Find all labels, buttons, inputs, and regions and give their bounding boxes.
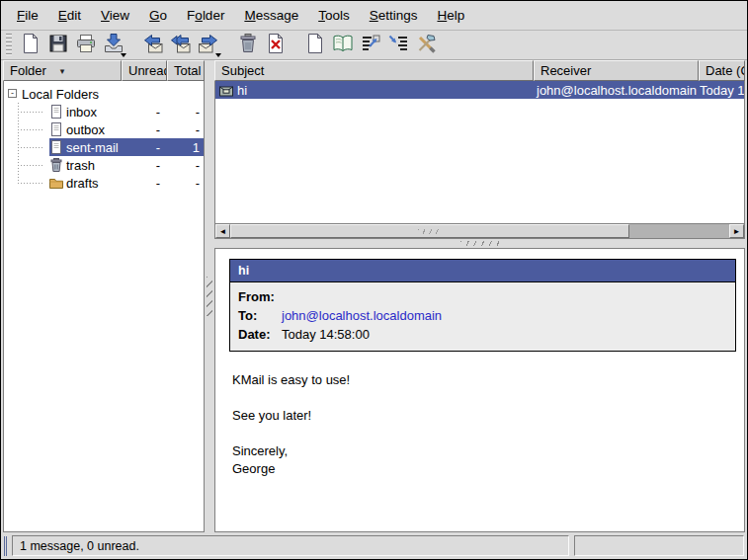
- mail-page-icon: [49, 122, 63, 136]
- tree-gutter: [4, 156, 49, 174]
- message-list: hijohn@localhost.localdomainToday 14:58: [214, 81, 745, 223]
- menu-help[interactable]: Help: [432, 4, 471, 27]
- receiver-column-header[interactable]: Receiver: [534, 60, 699, 81]
- folder-total-count: -: [168, 103, 204, 120]
- folder-name-cell: drafts: [49, 174, 123, 192]
- forward-button[interactable]: [195, 32, 222, 59]
- mail-page-icon: [49, 105, 63, 119]
- configure-icon: [415, 33, 437, 58]
- subject-column-header[interactable]: Subject: [214, 60, 534, 81]
- sort-arrow-icon: ▾: [60, 66, 65, 76]
- body-line: Sincerely,: [232, 442, 744, 460]
- new-page-icon: [304, 33, 326, 58]
- menu-message[interactable]: Message: [238, 4, 304, 27]
- folder-item-sent-mail[interactable]: sent-mail-1: [4, 138, 204, 156]
- body-line: [232, 389, 744, 407]
- tree-line: [18, 112, 43, 113]
- folder-item-drafts[interactable]: drafts--: [4, 174, 204, 192]
- menu-file[interactable]: File: [11, 4, 44, 27]
- folder-total-count: -: [168, 174, 204, 192]
- folder-item-outbox[interactable]: outbox--: [4, 120, 204, 138]
- tree-gutter: [4, 120, 49, 138]
- folder-total-count: -: [168, 120, 204, 138]
- statusbar-secondary-panel: [574, 535, 744, 556]
- vertical-splitter[interactable]: [205, 60, 214, 532]
- menu-view[interactable]: View: [95, 4, 135, 27]
- previous-unread-button[interactable]: [384, 32, 412, 59]
- folder-root-label: Local Folders: [22, 87, 99, 102]
- collapse-expander-icon[interactable]: -: [8, 89, 17, 98]
- tree-gutter: -: [4, 85, 22, 103]
- message-list-hscrollbar[interactable]: ◄ ►: [214, 223, 745, 239]
- message-receiver-cell: john@localhost.localdomain: [535, 83, 700, 98]
- header-field-from: From:: [238, 287, 727, 306]
- scroll-left-button[interactable]: ◄: [215, 224, 230, 238]
- total-column-header[interactable]: Total: [167, 60, 205, 81]
- scrollbar-track[interactable]: [629, 224, 729, 238]
- date-column-header[interactable]: Date (Order of Arrival): [699, 60, 745, 81]
- tree-gutter: [4, 138, 49, 156]
- body-line: See you later!: [232, 407, 744, 425]
- folder-item-inbox[interactable]: inbox--: [4, 103, 204, 120]
- menu-edit[interactable]: Edit: [52, 4, 87, 27]
- trash-icon: [237, 33, 259, 58]
- horizontal-splitter[interactable]: [214, 239, 745, 248]
- new-window-button[interactable]: [301, 32, 329, 59]
- jump-to-unread-button[interactable]: [357, 32, 384, 59]
- folder-small-icon: [49, 176, 63, 190]
- message-subject-title: hi: [230, 260, 735, 282]
- kmail-window: FileEditViewGoFolderMessageToolsSettings…: [0, 0, 748, 560]
- folder-name-cell: trash: [49, 156, 123, 174]
- check-mail-button[interactable]: [100, 32, 127, 59]
- receiver-column-label: Receiver: [540, 63, 591, 78]
- scroll-right-button[interactable]: ►: [729, 224, 744, 238]
- reply-button[interactable]: [139, 32, 167, 59]
- reply-all-button[interactable]: [167, 32, 195, 59]
- folder-name-cell: outbox: [49, 120, 123, 138]
- body-line: KMail is easy to use!: [232, 371, 744, 389]
- delete-button[interactable]: [262, 32, 290, 59]
- folder-total-count: [168, 85, 204, 103]
- field-value-link[interactable]: john@localhost.localdomain: [282, 306, 442, 325]
- sent-envelope-icon: [219, 85, 234, 96]
- dropdown-arrow-icon[interactable]: [121, 53, 126, 57]
- menubar: FileEditViewGoFolderMessageToolsSettings…: [1, 1, 747, 31]
- unread-column-header[interactable]: Unread: [122, 60, 167, 81]
- folder-column-header[interactable]: Folder ▾: [3, 60, 122, 81]
- new-message-button[interactable]: [17, 32, 44, 59]
- main-area: Folder ▾ Unread Total -Local Foldersinbo…: [1, 60, 747, 532]
- menu-tools[interactable]: Tools: [312, 4, 356, 27]
- folder-root-local-folders[interactable]: -Local Folders: [4, 85, 204, 103]
- field-label: To:: [238, 306, 282, 325]
- print-button[interactable]: [72, 32, 100, 59]
- toolbar-drag-handle[interactable]: [6, 34, 12, 57]
- folder-pane: Folder ▾ Unread Total -Local Foldersinbo…: [3, 60, 205, 532]
- menu-settings[interactable]: Settings: [364, 4, 424, 27]
- menu-go[interactable]: Go: [143, 4, 173, 27]
- folder-name: drafts: [66, 176, 99, 191]
- folder-root-label-wrap: Local Folders: [22, 85, 123, 103]
- folder-unread-count: -: [123, 120, 168, 138]
- message-row[interactable]: hijohn@localhost.localdomainToday 14:58: [215, 81, 744, 99]
- scrollbar-thumb[interactable]: [230, 224, 629, 238]
- folder-unread-count: -: [123, 138, 168, 156]
- folder-item-trash[interactable]: trash--: [4, 156, 204, 174]
- message-header-block: hi From:To:john@localhost.localdomainDat…: [229, 259, 736, 352]
- configure-button[interactable]: [412, 32, 440, 59]
- move-to-trash-button[interactable]: [234, 32, 262, 59]
- new-message-icon: [20, 33, 42, 58]
- jump-unread-icon: [360, 33, 381, 58]
- reply-icon: [142, 33, 164, 58]
- prev-unread-icon: [387, 33, 409, 58]
- folder-column-headers: Folder ▾ Unread Total: [3, 60, 205, 81]
- folder-name: sent-mail: [66, 140, 119, 155]
- folder-total-count: 1: [168, 138, 204, 156]
- folder-unread-count: [123, 85, 168, 103]
- save-button[interactable]: [44, 32, 72, 59]
- tree-line: [18, 165, 43, 166]
- address-book-button[interactable]: [329, 32, 357, 59]
- tree-gutter: [4, 174, 49, 192]
- menu-folder[interactable]: Folder: [181, 4, 230, 27]
- dropdown-arrow-icon[interactable]: [215, 53, 221, 57]
- tree-line: [18, 129, 43, 130]
